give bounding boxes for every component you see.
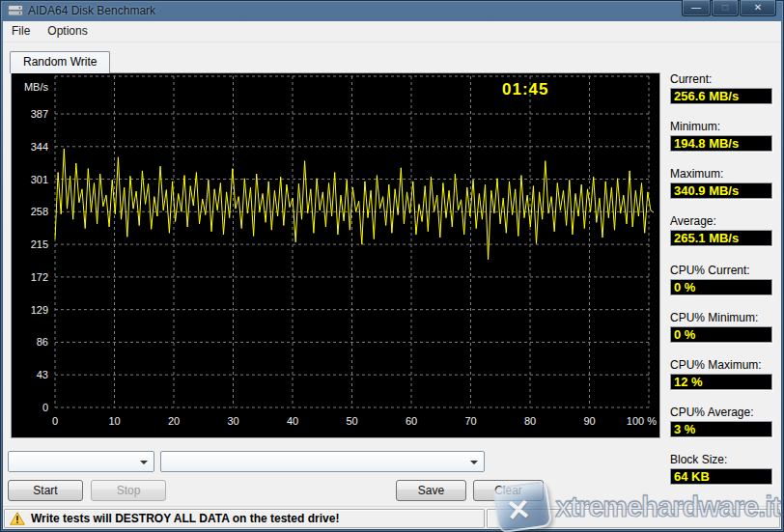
cpu-current-value: 0 % [670,279,772,295]
x-tick-label: 50 [346,415,357,427]
cpu-average-label: CPU% Average: [670,406,754,419]
benchmark-chart: 3873443012582151721298643001020304050607… [11,72,660,438]
chevron-down-icon [470,461,478,464]
menu-options[interactable]: Options [39,21,96,42]
window-title: AIDA64 Disk Benchmark [28,4,155,17]
x-tick-label: 80 [524,415,536,427]
x-tick-label: 30 [227,415,238,427]
y-axis-label: MB/s [24,81,49,93]
status-empty-panel [487,509,780,528]
x-tick-label: 40 [287,415,298,427]
average-value: 265.1 MB/s [670,230,772,246]
current-label: Current: [670,72,712,86]
cpu-average-value: 3 % [670,421,772,437]
block-size-value: 64 KB [670,468,772,485]
y-tick-label: 387 [31,108,48,120]
maximize-button[interactable]: □ [712,0,739,16]
x-tick-label: 10 [108,415,120,427]
x-tick-label: 90 [583,415,595,427]
y-tick-label: 43 [37,369,48,380]
minimize-button[interactable]: — [682,0,711,16]
chevron-down-icon [140,461,148,464]
x-tick-label: 0 [52,415,58,427]
drive-dropdown[interactable]: Disk Drive #1 [KINGSTON SH100S3240G] (22… [160,451,485,472]
cpu-current-label: CPU% Current: [670,264,750,277]
y-tick-label: 344 [31,141,48,153]
close-button[interactable]: ✕ [740,0,776,16]
cpu-minimum-value: 0 % [670,326,772,343]
status-warning-panel: Write tests will DESTROY ALL DATA on the… [4,509,485,528]
y-tick-label: 172 [31,271,48,283]
cpu-maximum-value: 12 % [670,374,772,390]
aida64-disk-benchmark-window: AIDA64 Disk Benchmark — □ ✕ File Options… [0,0,784,532]
x-tick-label: 20 [168,415,180,427]
x-tick-label: 70 [464,415,476,427]
y-tick-label: 0 [42,402,48,413]
window-controls: — □ ✕ [681,0,776,16]
clear-button[interactable]: Clear [473,480,544,501]
cpu-minimum-label: CPU% Minimum: [670,311,758,324]
cpu-maximum-label: CPU% Maximum: [670,358,762,372]
y-tick-label: 129 [31,304,48,316]
warning-icon [10,512,25,525]
hard-disk-icon [8,4,23,17]
minimum-value: 194.8 MB/s [670,135,772,152]
menu-bar: File Options [3,21,781,42]
block-size-label: Block Size: [670,453,727,466]
y-tick-label: 301 [31,174,48,185]
status-warning-text: Write tests will DESTROY ALL DATA on the… [31,512,339,525]
menu-file[interactable]: File [3,21,39,42]
chart-canvas: 3873443012582151721298643001020304050607… [12,73,659,437]
maximum-value: 340.9 MB/s [670,182,772,199]
y-tick-label: 258 [31,206,48,217]
minimum-label: Minimum: [670,120,720,133]
elapsed-timer: 01:45 [502,80,548,99]
stop-button[interactable]: Stop [91,480,166,501]
save-button[interactable]: Save [396,480,466,501]
test-type-dropdown[interactable]: Random Write [8,451,154,472]
current-value: 256.6 MB/s [670,88,772,104]
y-tick-label: 215 [31,238,48,250]
maximum-label: Maximum: [670,167,723,181]
title-bar[interactable]: AIDA64 Disk Benchmark — □ ✕ [0,0,784,21]
x-tick-label: 100 % [627,415,657,427]
y-tick-label: 86 [37,336,48,348]
x-tick-label: 60 [406,415,417,427]
status-bar: Write tests will DESTROY ALL DATA on the… [3,506,781,529]
average-label: Average: [670,214,716,228]
tab-random-write[interactable]: Random Write [10,51,110,73]
start-button[interactable]: Start [8,480,83,501]
throughput-line [55,149,654,260]
